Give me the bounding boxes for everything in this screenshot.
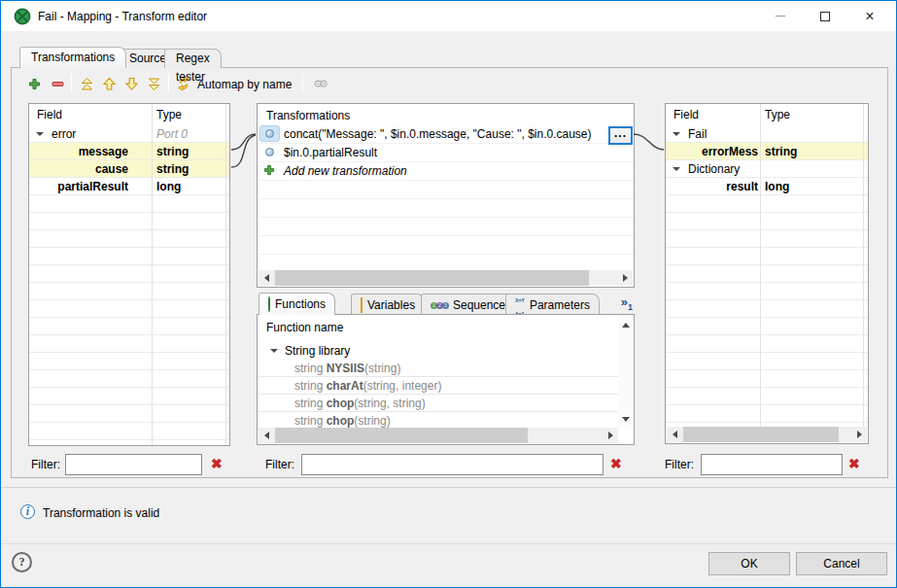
settings-button-disabled: ⚙⚙ [309, 74, 328, 93]
field-name: result [666, 180, 758, 193]
transformations-header: Transformations [266, 109, 350, 122]
add-new-transformation-label: Add new transformation [284, 164, 407, 178]
horizontal-scrollbar[interactable] [259, 270, 633, 286]
column-divider [760, 104, 761, 427]
filter-label: Filter: [265, 458, 294, 471]
field-row-dictionary[interactable]: Dictionary [666, 160, 868, 177]
field-name: Dictionary [688, 162, 740, 176]
field-row-fail[interactable]: Fail [666, 125, 868, 142]
info-icon: i [20, 504, 35, 519]
filter-clear-icon[interactable]: ✖ [211, 456, 223, 471]
function-list: string NYSIIS(string)string charAt(strin… [258, 360, 618, 430]
function-signature: string chop(string, string) [294, 397, 426, 410]
output-fields-table: Field Type FailerrorMessstringDictionary… [665, 103, 869, 444]
function-row-nysiis[interactable]: string NYSIIS(string) [258, 360, 618, 377]
remove-button[interactable] [48, 74, 67, 93]
add-button[interactable] [24, 74, 44, 93]
transformation-list: concat("Message: ", $in.0.message, "Caus… [258, 125, 634, 270]
horizontal-scrollbar[interactable] [259, 428, 618, 443]
field-name: error [52, 127, 76, 141]
minimize-button[interactable] [758, 1, 803, 31]
field-row-message[interactable]: messagestring [29, 143, 229, 159]
help-icon[interactable]: ? [12, 552, 32, 572]
function-group-label[interactable]: String library [285, 344, 350, 358]
tab-functions[interactable]: Functions [259, 293, 335, 315]
tab-transformations[interactable]: Transformations [19, 47, 126, 68]
table-header: Field Type [666, 104, 868, 124]
table-header: Field Type [29, 104, 229, 124]
title-bar: Fail - Mapping - Transform editor × [1, 1, 896, 31]
scroll-left-icon[interactable] [259, 428, 274, 443]
toolbar-separator [302, 74, 303, 93]
function-row-charat[interactable]: string charAt(string, integer) [258, 377, 618, 395]
field-row-errormess[interactable]: errorMessstring [666, 143, 868, 159]
chevron-down-icon[interactable] [673, 132, 680, 136]
scrollbar-thumb[interactable] [683, 427, 839, 442]
scroll-up-icon[interactable] [618, 318, 633, 331]
transformation-expression: $in.0.partialResult [284, 146, 377, 159]
edit-transformation-button[interactable]: ... [608, 126, 633, 145]
table-body: errorPort 0messagestringcausestringparti… [29, 125, 229, 445]
move-bottom-button[interactable] [144, 74, 163, 93]
move-top-button[interactable] [77, 74, 96, 93]
scroll-left-icon[interactable] [259, 270, 274, 286]
field-type: string [765, 145, 797, 158]
vertical-scrollbar[interactable] [618, 316, 633, 428]
transformation-row-0[interactable]: concat("Message: ", $in.0.message, "Caus… [258, 125, 634, 143]
ok-button[interactable]: OK [708, 552, 790, 575]
scroll-left-icon[interactable] [667, 427, 682, 442]
transformation-expression: concat("Message: ", $in.0.message, "Caus… [284, 127, 592, 141]
horizontal-scrollbar[interactable] [667, 427, 867, 442]
tab-label: Sequences [453, 298, 511, 312]
chevron-down-icon[interactable] [270, 349, 278, 353]
filter-input-right[interactable] [701, 454, 843, 475]
field-type: string [156, 162, 189, 176]
filter-clear-icon[interactable]: ✖ [610, 456, 622, 471]
tab-parameters[interactable]: X=YA=1Parameters [505, 294, 600, 315]
cancel-button[interactable]: Cancel [796, 552, 887, 575]
filter-label: Filter: [31, 458, 60, 471]
filter-input-left[interactable] [65, 454, 202, 475]
scrollbar-thumb[interactable] [275, 428, 528, 443]
scrollbar-thumb[interactable] [275, 270, 589, 286]
column-divider [152, 104, 153, 445]
transformation-row-1[interactable]: $in.0.partialResult [258, 144, 634, 161]
automap-label[interactable]: Automap by name [197, 78, 292, 91]
scroll-right-icon[interactable] [617, 270, 633, 286]
chevron-down-icon[interactable] [673, 167, 680, 171]
transformation-radio-icon[interactable] [265, 148, 274, 156]
tab-variables[interactable]: Variables [351, 294, 425, 315]
function-row-chop[interactable]: string chop(string, string) [258, 395, 618, 412]
close-icon: × [865, 8, 874, 25]
field-row-error[interactable]: errorPort 0 [29, 125, 229, 142]
add-new-transformation[interactable]: Add new transformation [258, 162, 634, 180]
transformation-radio-icon[interactable] [265, 129, 274, 138]
status-message: Transformation is valid [43, 506, 159, 520]
tab-regex-tester[interactable]: Regex tester [164, 49, 222, 68]
scroll-right-icon[interactable] [851, 427, 867, 442]
chevron-down-icon[interactable] [36, 132, 44, 136]
field-name: Fail [688, 127, 707, 141]
scroll-right-icon[interactable] [603, 428, 618, 443]
toolbar-separator [71, 74, 72, 93]
maximize-button[interactable] [803, 1, 847, 31]
functions-list-panel: Function name String library string NYSI… [257, 314, 635, 445]
field-type: long [156, 180, 181, 193]
transformations-panel: Transformations concat("Message: ", $in.… [257, 103, 635, 288]
field-row-cause[interactable]: causestring [29, 160, 229, 177]
field-name: partialResult [29, 180, 128, 193]
function-signature: string charAt(string, integer) [294, 379, 441, 393]
filter-clear-icon[interactable]: ✖ [848, 456, 860, 471]
filter-input-middle[interactable] [301, 454, 604, 475]
scroll-down-icon[interactable] [618, 412, 633, 426]
field-row-result[interactable]: resultlong [666, 178, 868, 194]
close-button[interactable]: × [847, 1, 892, 31]
move-down-button[interactable] [121, 74, 141, 93]
move-up-button[interactable] [99, 74, 119, 93]
field-row-partialresult[interactable]: partialResultlong [29, 178, 229, 194]
tab-label: Variables [367, 298, 415, 312]
field-type: string [156, 145, 189, 158]
double-chevron-up-icon [80, 77, 94, 91]
tab-overflow-indicator[interactable]: »1 [621, 294, 633, 312]
field-type: long [765, 180, 789, 193]
